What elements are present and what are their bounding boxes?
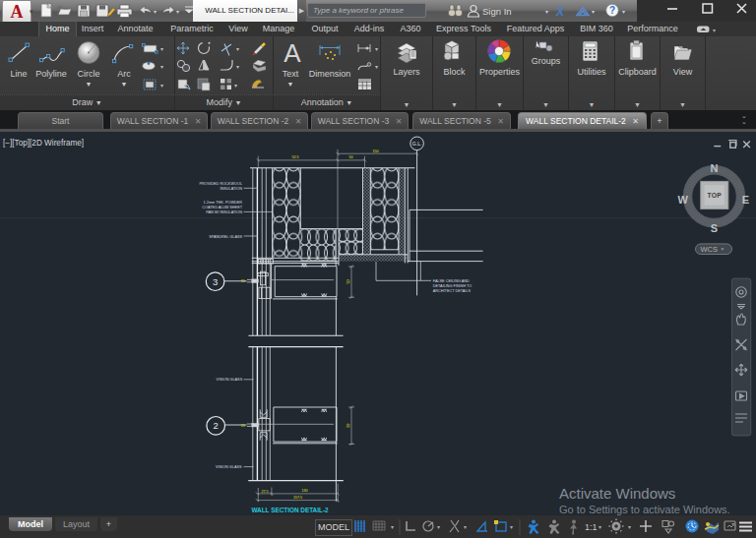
svg-text:▾: ▾ — [391, 524, 394, 530]
svg-text:▾: ▾ — [713, 28, 716, 33]
svg-text:▾: ▾ — [160, 83, 163, 89]
svg-text:▾: ▾ — [154, 9, 157, 15]
svg-text:▾: ▾ — [592, 9, 595, 15]
svg-text:▾: ▾ — [510, 524, 513, 530]
svg-text:▾: ▾ — [622, 9, 625, 15]
svg-text:▾: ▾ — [375, 46, 378, 52]
svg-text:▾: ▾ — [598, 524, 601, 530]
svg-text:1:1: 1:1 — [585, 522, 598, 532]
svg-text:A: A — [284, 38, 301, 68]
svg-text:Sign In: Sign In — [482, 6, 512, 17]
svg-text:▾: ▾ — [176, 9, 179, 15]
svg-text:▾: ▾ — [236, 64, 239, 70]
svg-text:▾: ▾ — [628, 524, 631, 530]
svg-text:▾: ▾ — [236, 46, 239, 52]
svg-text:▾: ▾ — [375, 64, 378, 70]
svg-text:X: X — [555, 5, 565, 19]
svg-text:▾: ▾ — [234, 83, 237, 89]
svg-text:▾: ▾ — [464, 524, 467, 530]
svg-text:▾: ▾ — [437, 524, 440, 530]
svg-text:▾: ▾ — [545, 9, 548, 15]
svg-text:A: A — [11, 2, 24, 22]
svg-text:▾: ▾ — [160, 64, 163, 70]
svg-text:▾: ▾ — [160, 46, 163, 52]
svg-text:?: ? — [609, 5, 615, 16]
